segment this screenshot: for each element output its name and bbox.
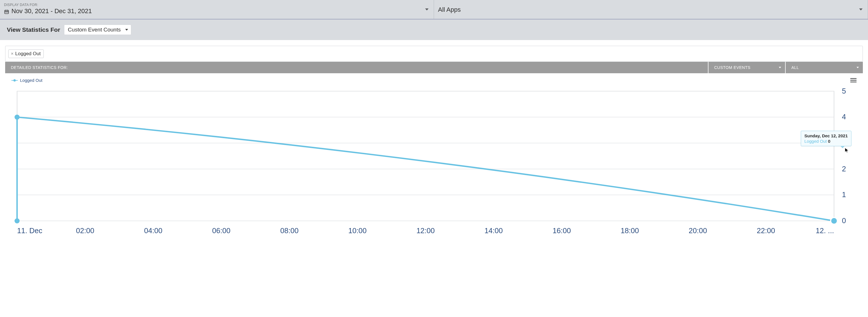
statistic-type-value: Custom Event Counts: [68, 27, 121, 33]
chart-menu-icon[interactable]: [850, 77, 857, 83]
date-range-value: Nov 30, 2021 - Dec 31, 2021: [11, 7, 92, 15]
filter-chip-panel: × Logged Out: [5, 46, 863, 62]
svg-text:16:00: 16:00: [553, 227, 571, 235]
svg-text:22:00: 22:00: [757, 227, 775, 235]
chevron-down-icon: [859, 8, 863, 10]
content-area: × Logged Out DETAILED STATISTICS FOR: CU…: [0, 46, 868, 253]
date-range-eyebrow: DISPLAY DATA FOR:: [4, 3, 428, 7]
svg-text:1: 1: [842, 191, 846, 199]
svg-text:04:00: 04:00: [144, 227, 162, 235]
chart-header: Logged Out: [5, 73, 863, 83]
calendar-icon: [4, 8, 9, 14]
apps-selector[interactable]: All Apps: [434, 0, 868, 19]
svg-rect-4: [5, 12, 6, 12]
tooltip-series: Logged Out: [805, 139, 827, 144]
chevron-down-icon: [125, 29, 128, 31]
svg-point-33: [14, 218, 20, 224]
svg-text:2: 2: [842, 165, 846, 173]
stats-header-label: DETAILED STATISTICS FOR:: [5, 62, 709, 73]
svg-text:02:00: 02:00: [76, 227, 94, 235]
svg-point-34: [14, 114, 20, 120]
chevron-down-icon: [425, 8, 429, 10]
svg-text:12:00: 12:00: [416, 227, 435, 235]
svg-text:20:00: 20:00: [689, 227, 707, 235]
svg-text:11. Dec: 11. Dec: [17, 227, 42, 235]
svg-rect-6: [7, 12, 8, 12]
svg-text:0: 0: [842, 217, 846, 225]
svg-point-35: [831, 218, 837, 224]
chart-tooltip: Sunday, Dec 12, 2021 Logged Out0: [801, 131, 851, 146]
svg-text:5: 5: [842, 87, 846, 95]
legend-label: Logged Out: [20, 78, 42, 83]
chevron-down-icon: [857, 67, 859, 68]
legend-swatch: [11, 80, 18, 81]
statistic-type-select[interactable]: Custom Event Counts: [64, 25, 131, 35]
stats-header-strip: DETAILED STATISTICS FOR: CUSTOM EVENTS A…: [5, 62, 863, 73]
svg-text:08:00: 08:00: [280, 227, 299, 235]
event-scope-select[interactable]: ALL: [786, 62, 863, 73]
apps-selector-value: All Apps: [438, 6, 461, 13]
svg-text:12. ...: 12. ...: [816, 227, 834, 235]
date-range-selector[interactable]: DISPLAY DATA FOR: Nov 30, 2021 - Dec 31,…: [0, 0, 434, 19]
chart-svg: 01234511. Dec02:0004:0006:0008:0010:0012…: [11, 86, 857, 243]
svg-rect-5: [6, 12, 7, 12]
svg-text:4: 4: [842, 113, 846, 121]
secondary-bar: View Statistics For Custom Event Counts: [0, 20, 868, 40]
tooltip-date: Sunday, Dec 12, 2021: [805, 133, 848, 138]
top-filter-bar: DISPLAY DATA FOR: Nov 30, 2021 - Dec 31,…: [0, 0, 868, 20]
svg-text:18:00: 18:00: [621, 227, 639, 235]
chart: 01234511. Dec02:0004:0006:0008:0010:0012…: [5, 83, 863, 247]
filter-chip[interactable]: × Logged Out: [8, 50, 44, 58]
tooltip-value: 0: [828, 139, 830, 144]
chevron-down-icon: [779, 67, 781, 68]
chart-legend-item[interactable]: Logged Out: [11, 78, 42, 83]
filter-chip-label: Logged Out: [15, 51, 40, 57]
close-icon[interactable]: ×: [11, 52, 13, 56]
svg-text:14:00: 14:00: [485, 227, 503, 235]
view-statistics-label: View Statistics For: [7, 26, 60, 33]
svg-text:10:00: 10:00: [348, 227, 367, 235]
event-type-select[interactable]: CUSTOM EVENTS: [709, 62, 786, 73]
svg-text:06:00: 06:00: [212, 227, 230, 235]
